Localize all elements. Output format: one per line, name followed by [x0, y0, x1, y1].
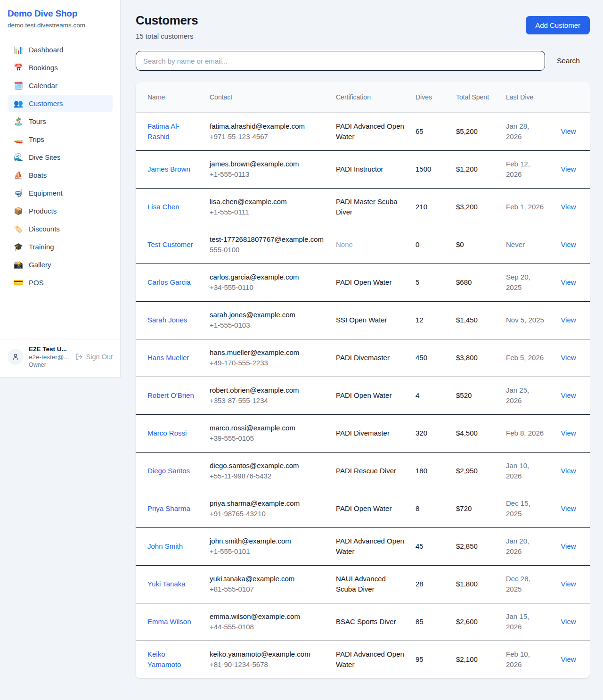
- view-link[interactable]: View: [561, 542, 576, 550]
- cell-contact: robert.obrien@example.com +353-87-555-12…: [204, 377, 330, 414]
- cell-name: Robert O'Brien: [136, 377, 204, 414]
- sidebar-item[interactable]: 🌊 Dive Sites: [8, 148, 113, 166]
- view-link[interactable]: View: [561, 165, 576, 173]
- dives-count: 65: [416, 127, 424, 135]
- cell-dives: 210: [410, 188, 450, 226]
- cell-dives: 5: [410, 264, 450, 301]
- sign-out-icon: [75, 353, 83, 361]
- view-link[interactable]: View: [561, 240, 576, 248]
- customer-name-link[interactable]: Keiko Yamamoto: [147, 650, 181, 669]
- customer-email: sarah.jones@example.com: [210, 310, 325, 321]
- view-link[interactable]: View: [561, 391, 576, 399]
- cell-last-dive: Dec 15, 2025: [500, 490, 551, 527]
- customer-email: keiko.yamamoto@example.com: [210, 649, 325, 660]
- customer-name-link[interactable]: Robert O'Brien: [147, 391, 194, 399]
- customer-phone: +49-170-555-2233: [210, 358, 325, 369]
- view-link[interactable]: View: [561, 655, 576, 663]
- customer-name-link[interactable]: Diego Santos: [147, 467, 190, 475]
- cell-certification: None: [330, 226, 410, 264]
- cell-contact: sarah.jones@example.com +1-555-0103: [204, 301, 330, 339]
- cell-certification: PADI Advanced Open Water: [330, 113, 410, 150]
- dives-count: 450: [416, 354, 427, 362]
- certification-label: BSAC Sports Diver: [336, 618, 396, 626]
- last-dive-date: Never: [506, 240, 525, 248]
- view-link[interactable]: View: [561, 316, 576, 324]
- sidebar-item[interactable]: 🎓 Training: [8, 238, 113, 255]
- customer-name-link[interactable]: Hans Mueller: [147, 354, 189, 362]
- sidebar-item[interactable]: 📦 Products: [8, 202, 113, 220]
- sidebar-item-label: Customers: [29, 99, 63, 107]
- view-link[interactable]: View: [561, 467, 576, 475]
- table-row: James Brown james.brown@example.com +1-5…: [136, 150, 590, 188]
- cell-certification: PADI Master Scuba Diver: [330, 188, 410, 226]
- customer-email: emma.wilson@example.com: [210, 611, 325, 622]
- table-row: Sarah Jones sarah.jones@example.com +1-5…: [136, 301, 590, 339]
- sidebar-item[interactable]: 🚤 Trips: [8, 131, 113, 148]
- cell-actions: View: [551, 301, 590, 339]
- sidebar-item[interactable]: ⛵ Boats: [8, 166, 113, 184]
- table-head: Name Contact Certification Dives Total S…: [136, 82, 590, 113]
- cell-actions: View: [551, 150, 590, 188]
- add-customer-button[interactable]: Add Customer: [526, 16, 590, 34]
- cell-contact: test-1772681807767@example.com 555-0100: [204, 226, 330, 264]
- view-link[interactable]: View: [561, 580, 576, 588]
- search-button[interactable]: Search: [557, 57, 580, 65]
- cell-dives: 85: [410, 603, 450, 641]
- certification-label: PADI Advanced Open Water: [336, 650, 404, 669]
- customer-name-link[interactable]: Test Customer: [147, 240, 193, 248]
- cell-dives: 180: [410, 452, 450, 490]
- customer-name-link[interactable]: James Brown: [147, 165, 190, 173]
- total-spent-value: $1,800: [456, 580, 478, 588]
- sidebar-item-label: Products: [29, 207, 57, 215]
- customer-name-link[interactable]: Marco Rossi: [147, 429, 187, 437]
- cell-actions: View: [551, 490, 590, 527]
- view-link[interactable]: View: [561, 278, 576, 286]
- sidebar-item[interactable]: 📸 Gallery: [8, 256, 113, 273]
- customer-name-link[interactable]: John Smith: [147, 542, 183, 550]
- search-input[interactable]: [136, 51, 545, 71]
- sign-out-button[interactable]: Sign Out: [75, 353, 113, 361]
- customer-name-link[interactable]: Emma Wilson: [147, 618, 191, 626]
- customer-name-link[interactable]: Sarah Jones: [147, 316, 187, 324]
- total-spent-value: $520: [456, 391, 472, 399]
- dives-count: 0: [416, 240, 419, 248]
- customer-email: robert.obrien@example.com: [210, 385, 325, 396]
- sidebar-item[interactable]: 👥 Customers: [8, 95, 113, 112]
- customer-name-link[interactable]: Carlos Garcia: [147, 278, 191, 286]
- last-dive-date: Jan 25, 2026: [506, 386, 529, 405]
- sidebar-item[interactable]: 💳 POS: [8, 274, 113, 291]
- sidebar-item[interactable]: 🏷️ Discounts: [8, 220, 113, 238]
- sidebar-item-icon: 🤿: [14, 189, 23, 198]
- cell-total-spent: $4,500: [450, 414, 500, 452]
- sidebar-item[interactable]: 🤿 Equipment: [8, 184, 113, 202]
- customer-name-link[interactable]: Yuki Tanaka: [147, 580, 186, 588]
- sidebar-item-label: Dive Sites: [29, 153, 61, 161]
- view-link[interactable]: View: [561, 203, 576, 211]
- dives-count: 28: [416, 580, 424, 588]
- sidebar-item-label: Gallery: [29, 261, 51, 269]
- view-link[interactable]: View: [561, 127, 576, 135]
- cell-contact: marco.rossi@example.com +39-555-0105: [204, 414, 330, 452]
- sidebar-item[interactable]: 🗓️ Calendar: [8, 77, 113, 94]
- customer-name-link[interactable]: Lisa Chen: [147, 203, 179, 211]
- sidebar-item-icon: 🏷️: [14, 224, 23, 233]
- last-dive-date: Jan 15, 2026: [506, 612, 529, 631]
- view-link[interactable]: View: [561, 429, 576, 437]
- sidebar-item[interactable]: 📅 Bookings: [8, 59, 113, 76]
- customer-email: fatima.alrashid@example.com: [210, 121, 325, 132]
- cell-actions: View: [551, 226, 590, 264]
- certification-label: SSI Open Water: [336, 316, 387, 324]
- cell-contact: priya.sharma@example.com +91-98765-43210: [204, 490, 330, 527]
- customer-name-link[interactable]: Fatima Al-Rashid: [147, 122, 179, 141]
- view-link[interactable]: View: [561, 354, 576, 362]
- customer-phone: +1-555-0113: [210, 169, 325, 180]
- dives-count: 85: [416, 618, 424, 626]
- view-link[interactable]: View: [561, 504, 576, 512]
- customers-table: Name Contact Certification Dives Total S…: [136, 82, 590, 678]
- cell-total-spent: $2,600: [450, 603, 500, 641]
- sidebar-item[interactable]: 📊 Dashboard: [8, 41, 113, 58]
- customer-phone: +81-555-0107: [210, 584, 325, 595]
- view-link[interactable]: View: [561, 618, 576, 626]
- customer-name-link[interactable]: Priya Sharma: [147, 504, 190, 512]
- sidebar-item[interactable]: 🏝️ Tours: [8, 113, 113, 130]
